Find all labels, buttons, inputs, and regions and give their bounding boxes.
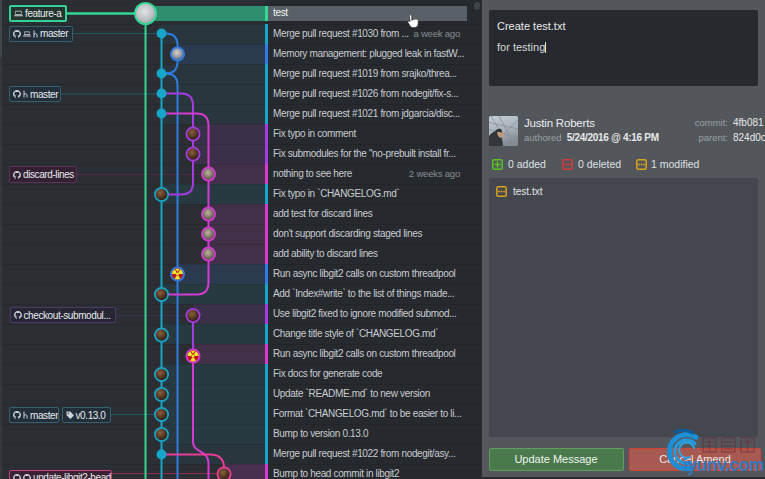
svg-text:iyunv.com: iyunv.com xyxy=(683,455,764,475)
